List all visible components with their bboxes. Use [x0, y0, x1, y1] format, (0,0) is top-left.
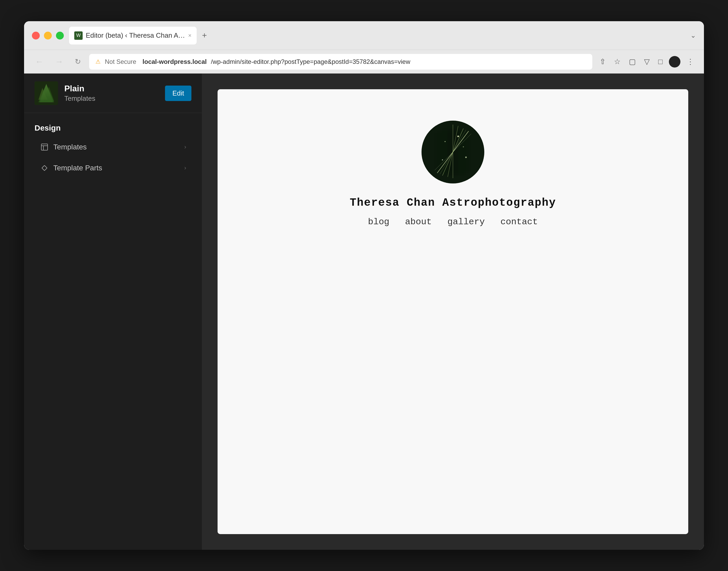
night-sky-image	[422, 121, 484, 184]
design-section: Design Templates ›	[24, 113, 202, 184]
close-traffic-light[interactable]	[32, 32, 40, 39]
edit-button[interactable]: Edit	[165, 86, 191, 101]
tab-close-button[interactable]: ×	[188, 32, 192, 39]
site-info: Plain Templates	[64, 84, 159, 103]
svg-rect-0	[34, 81, 58, 105]
sidebar-toggle-icon[interactable]: □	[656, 55, 665, 68]
main-content: Plain Templates Edit Design	[24, 74, 704, 550]
active-tab[interactable]: W Editor (beta) ‹ Theresa Chan A… ×	[69, 27, 197, 44]
tab-title: Editor (beta) ‹ Theresa Chan A…	[86, 31, 185, 39]
address-domain: local-wordpress.local	[143, 58, 206, 66]
minimize-traffic-light[interactable]	[44, 32, 52, 39]
address-bar: ← → ↻ ⚠ Not Secure local-wordpress.local…	[24, 50, 704, 74]
template-parts-chevron: ›	[184, 164, 186, 172]
design-label: Design	[34, 123, 191, 132]
nav-link-contact[interactable]: contact	[500, 217, 538, 227]
svg-rect-7	[42, 165, 47, 170]
toolbar-actions: ⇧ ☆ ▢ ▽ □ ⋮	[597, 55, 696, 68]
sidebar: Plain Templates Edit Design	[24, 74, 202, 550]
back-button[interactable]: ←	[32, 55, 46, 69]
extensions-icon[interactable]: ▽	[642, 55, 652, 68]
site-logo-circle	[422, 121, 484, 184]
svg-point-15	[457, 135, 459, 137]
nav-link-gallery[interactable]: gallery	[447, 217, 485, 227]
templates-chevron: ›	[184, 144, 186, 150]
tab-bar: W Editor (beta) ‹ Theresa Chan A… × +	[69, 27, 685, 44]
bookmark-icon[interactable]: ☆	[612, 55, 623, 68]
share-icon[interactable]: ⇧	[597, 55, 608, 68]
profile-avatar[interactable]	[669, 56, 681, 68]
browser-window: W Editor (beta) ‹ Theresa Chan A… × + ⌄ …	[24, 21, 704, 550]
maximize-traffic-light[interactable]	[56, 32, 64, 39]
site-subtitle: Templates	[64, 95, 159, 103]
security-icon: ⚠	[96, 59, 101, 65]
new-tab-button[interactable]: +	[199, 28, 209, 43]
template-icon	[40, 142, 49, 152]
preview-frame: Theresa Chan Astrophotography blog about…	[217, 89, 688, 534]
traffic-lights	[32, 32, 64, 39]
svg-point-17	[463, 146, 464, 147]
site-name: Plain	[64, 84, 159, 93]
svg-point-16	[445, 141, 446, 142]
title-bar: W Editor (beta) ‹ Theresa Chan A… × + ⌄	[24, 21, 704, 50]
svg-rect-4	[41, 144, 47, 150]
reading-view-icon[interactable]: ▢	[627, 55, 638, 68]
forward-button[interactable]: →	[52, 55, 66, 69]
address-path: /wp-admin/site-editor.php?postType=page&…	[211, 58, 410, 66]
more-options-icon[interactable]: ⋮	[685, 55, 696, 68]
reload-button[interactable]: ↻	[71, 55, 84, 68]
address-field[interactable]: ⚠ Not Secure local-wordpress.local /wp-a…	[89, 54, 592, 70]
preview-area: Theresa Chan Astrophotography blog about…	[202, 74, 704, 550]
nav-link-about[interactable]: about	[405, 217, 432, 227]
site-thumbnail	[34, 81, 58, 105]
security-label: Not Secure	[105, 58, 136, 66]
svg-point-18	[442, 159, 443, 160]
template-parts-label: Template Parts	[53, 164, 180, 172]
site-header: Plain Templates Edit	[24, 74, 202, 113]
window-controls-chevron[interactable]: ⌄	[690, 31, 696, 39]
preview-site-title: Theresa Chan Astrophotography	[350, 197, 556, 209]
thumbnail-image	[34, 81, 58, 105]
templates-label: Templates	[53, 143, 180, 151]
sidebar-item-templates[interactable]: Templates ›	[34, 137, 191, 157]
svg-point-19	[465, 156, 467, 158]
diamond-icon	[40, 163, 49, 173]
nav-link-blog[interactable]: blog	[368, 217, 389, 227]
sidebar-item-template-parts[interactable]: Template Parts ›	[34, 157, 191, 179]
tab-favicon: W	[74, 31, 83, 40]
preview-nav-links: blog about gallery contact	[368, 217, 538, 227]
